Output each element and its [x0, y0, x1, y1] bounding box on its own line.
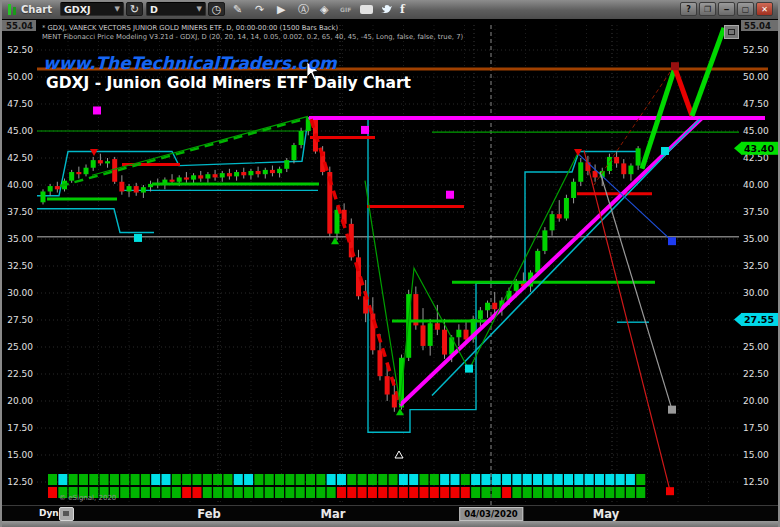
price-tick-left: 17.50 — [7, 423, 33, 433]
price-tick-left: 50.00 — [7, 72, 33, 82]
indicator-block-row2 — [595, 487, 604, 498]
indicator-block-row1 — [48, 474, 57, 485]
facebook-icon[interactable]: f — [400, 2, 405, 16]
price-tick-right: 50.00 — [743, 72, 769, 82]
lock-icon[interactable] — [59, 507, 74, 521]
tag-icon[interactable]: ◈ — [320, 2, 328, 16]
top-price-left-label: 55.04 — [6, 21, 33, 31]
indicator-block-row2 — [585, 487, 594, 498]
indicator-block-row1 — [316, 474, 325, 485]
indicator-block-row2 — [450, 487, 459, 498]
price-tick-left: 20.00 — [7, 396, 33, 406]
symbol-refresh-button[interactable]: ↻ — [126, 2, 143, 16]
candle-body — [485, 303, 490, 311]
indicator-block-row1 — [254, 474, 263, 485]
watermark-link: www.TheTechnicalTraders.com — [43, 53, 337, 73]
candle-body — [370, 314, 375, 351]
candle-body — [234, 172, 239, 176]
indicator-block-row1 — [564, 474, 573, 485]
candle-body — [98, 160, 103, 163]
price-tick-left: 12.50 — [7, 477, 33, 487]
indicator-block-row2 — [605, 487, 614, 498]
help-button[interactable]: ? — [680, 2, 697, 16]
candle-body — [621, 163, 626, 174]
symbol-combo[interactable]: GDXJ▼ — [60, 2, 124, 16]
indicator-block-row1 — [347, 474, 356, 485]
indicator-block-row1 — [120, 474, 129, 485]
indicator-block-row2 — [203, 487, 212, 498]
candle-body — [284, 160, 289, 169]
signal-square-marker — [361, 126, 369, 134]
candle-body — [550, 214, 555, 230]
indicator-block-row2 — [337, 487, 346, 498]
indicator-block-row1 — [543, 474, 552, 485]
price-tick-right: 17.50 — [743, 423, 769, 433]
indicator-block-row2 — [636, 487, 645, 498]
restore-button[interactable]: ❐ — [699, 2, 716, 16]
candle-body — [84, 168, 89, 174]
candle-body — [112, 159, 117, 182]
interval-combo[interactable]: D▼ — [146, 2, 206, 16]
time-settings-button[interactable]: ◷ — [208, 2, 225, 16]
indicator-block-row2 — [223, 487, 232, 498]
indicator-block-row1 — [512, 474, 521, 485]
price-tick-left: 47.50 — [7, 99, 33, 109]
indicator-block-row2 — [554, 487, 563, 498]
indicator-block-row2 — [347, 487, 356, 498]
chevron-down-icon: ▼ — [115, 5, 120, 13]
indicator-block-row2 — [523, 487, 532, 498]
indicator-block-row1 — [172, 474, 181, 485]
close-button[interactable]: ✕ — [756, 2, 773, 16]
price-tick-left: 45.00 — [7, 126, 33, 136]
indicator-block-row2 — [626, 487, 635, 498]
cursor-date-box: 04/03/2020 — [459, 507, 523, 521]
auto-scale-icon[interactable]: Ⓐ — [298, 2, 309, 16]
twitter-icon[interactable] — [380, 4, 393, 18]
minimize-button[interactable]: ‒ — [718, 2, 735, 16]
indicator-block-row1 — [265, 474, 274, 485]
signal-square-marker — [666, 487, 674, 495]
price-tick-right: 32.50 — [743, 261, 769, 271]
candle-body — [421, 325, 426, 346]
gif-icon[interactable]: GIF — [340, 2, 351, 16]
indicator-block-row2 — [440, 487, 449, 498]
price-tick-left: 27.50 — [7, 315, 33, 325]
play-icon[interactable]: ▶ — [277, 2, 285, 16]
indicator-block-row2 — [182, 487, 191, 498]
candle-body — [557, 214, 562, 218]
price-tick-right: 40.00 — [743, 180, 769, 190]
indicator-block-row1 — [275, 474, 284, 485]
candle-body — [435, 323, 440, 329]
price-tag-label: 27.55 — [744, 314, 774, 325]
indicator-block-row1 — [337, 474, 346, 485]
signal-square-marker — [134, 234, 142, 242]
signal-square-marker — [465, 365, 473, 373]
indicator-block-row1 — [151, 474, 160, 485]
indicator-block-row2 — [192, 487, 201, 498]
indicator-block-row1 — [203, 474, 212, 485]
indicator-block-row1 — [213, 474, 222, 485]
indicator-block-row1 — [502, 474, 511, 485]
indicator-block-row1 — [296, 474, 305, 485]
time-axis[interactable]: Dyn FebMarMay04/03/2020 — [2, 505, 780, 522]
indicator-block-row2 — [409, 487, 418, 498]
candle-body — [76, 172, 81, 174]
indicator-block-row2 — [368, 487, 377, 498]
draw-pencil-icon[interactable]: ✎ — [233, 2, 242, 16]
clock-icon: ◷ — [212, 3, 222, 16]
redo-icon[interactable]: ↷ — [255, 2, 264, 16]
chart-window: 52.5052.5050.0050.0047.5047.5045.0045.00… — [0, 0, 780, 527]
indicator-block-row2 — [430, 487, 439, 498]
maximize-button[interactable]: ▢ — [737, 2, 754, 16]
indicator-block-row2 — [162, 487, 171, 498]
open-new-window-icon[interactable] — [724, 25, 739, 39]
indicator-block-row2 — [120, 487, 129, 498]
symbol-value: GDXJ — [64, 4, 91, 15]
indicator-block-row1 — [58, 474, 67, 485]
price-tick-left: 42.50 — [7, 153, 33, 163]
indicator-block-row1 — [574, 474, 583, 485]
candle-body — [191, 175, 196, 179]
signal-square-marker — [668, 237, 676, 245]
chat-icon[interactable] — [360, 5, 373, 14]
indicator-block-row2 — [533, 487, 542, 498]
